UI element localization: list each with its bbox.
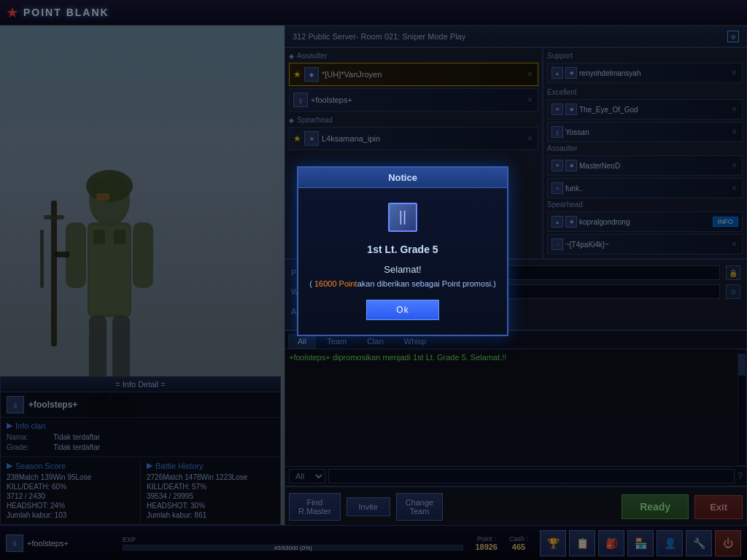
notice-rank-area: || bbox=[309, 203, 496, 238]
notice-description: ( 16000 Pointakan diberikan sebagai Poin… bbox=[309, 279, 496, 288]
notice-rank-icon: || bbox=[388, 203, 417, 232]
notice-rank-text: 1st Lt. Grade 5 bbox=[309, 244, 496, 255]
notice-body: || 1st Lt. Grade 5 Selamat! ( 16000 Poin… bbox=[298, 188, 507, 335]
notice-modal: Notice || 1st Lt. Grade 5 Selamat! ( 160… bbox=[297, 166, 508, 336]
rank-symbol: || bbox=[399, 209, 406, 225]
notice-ok-button[interactable]: Ok bbox=[366, 300, 438, 320]
notice-title: Notice bbox=[298, 168, 507, 188]
modal-overlay: Notice || 1st Lt. Grade 5 Selamat! ( 160… bbox=[0, 0, 747, 560]
notice-points: 16000 Point bbox=[314, 279, 357, 288]
notice-congrats: Selamat! bbox=[309, 264, 496, 275]
